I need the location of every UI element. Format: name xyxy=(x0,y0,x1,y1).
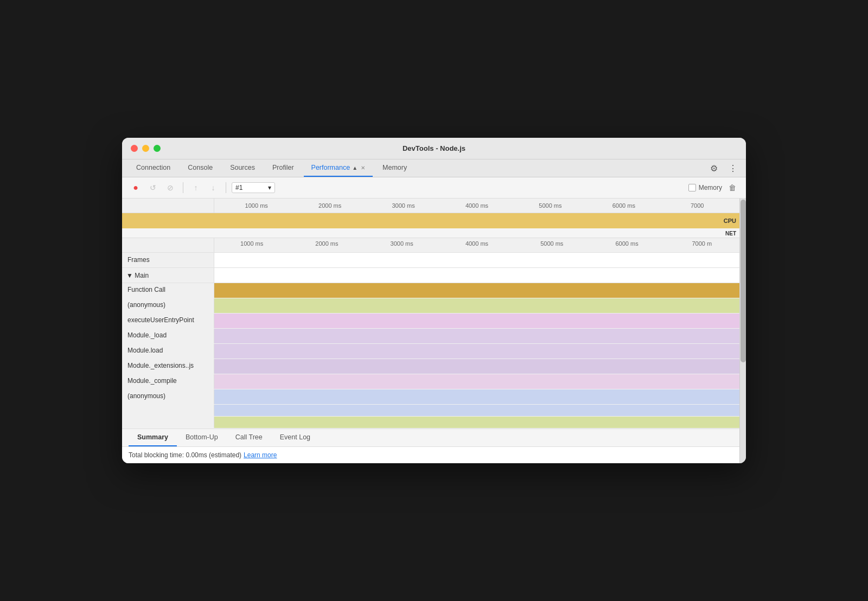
ruler-mark-6: 6000 ms xyxy=(587,202,660,209)
title-bar: DevTools - Node.js xyxy=(122,138,746,159)
tab-memory[interactable]: Memory xyxy=(375,159,414,177)
trash-button[interactable]: 🗑 xyxy=(725,181,739,195)
flame-row-5: Module._extensions..js xyxy=(122,359,739,374)
memory-checkbox-label: Memory xyxy=(699,184,722,191)
net-label-cell xyxy=(122,228,214,238)
ruler-mark-2: 2000 ms xyxy=(293,202,366,209)
session-label: #1 xyxy=(235,184,242,191)
stop-button[interactable]: ⊘ xyxy=(163,181,177,195)
upload-button[interactable]: ↑ xyxy=(189,181,203,195)
main-section-header[interactable]: ▼ Main xyxy=(122,268,739,283)
download-button[interactable]: ↓ xyxy=(206,181,220,195)
frames-row: Frames xyxy=(122,253,739,268)
ruler2-mark-3: 3000 ms xyxy=(365,240,439,250)
ruler-marks: 1000 ms 2000 ms 3000 ms 4000 ms 5000 ms … xyxy=(214,202,739,209)
cpu-label: CPU xyxy=(724,218,736,224)
status-text: Total blocking time: 0.00ms (estimated) xyxy=(129,451,241,459)
ruler2-mark-1: 1000 ms xyxy=(214,240,289,250)
flame-label-8 xyxy=(122,405,214,416)
ruler2-mark-2: 2000 ms xyxy=(289,240,364,250)
flame-row-8 xyxy=(122,405,739,417)
tab-bottom-up[interactable]: Bottom-Up xyxy=(177,429,227,446)
performance-tab-label: Performance xyxy=(311,164,350,171)
ruler2-mark-7: 7000 m xyxy=(665,240,739,250)
flame-row-6: Module._compile xyxy=(122,374,739,389)
ruler-mark-5: 5000 ms xyxy=(514,202,587,209)
performance-tab-icon: ▲ xyxy=(352,165,358,171)
more-icon[interactable]: ⋮ xyxy=(726,161,739,176)
tab-call-tree[interactable]: Call Tree xyxy=(227,429,271,446)
bottom-tabs: Summary Bottom-Up Call Tree Event Log xyxy=(122,429,739,446)
tab-event-log[interactable]: Event Log xyxy=(271,429,319,446)
tab-sources[interactable]: Sources xyxy=(222,159,263,177)
timeline-top-header: 1000 ms 2000 ms 3000 ms 4000 ms 5000 ms … xyxy=(122,199,739,213)
session-dropdown-icon: ▾ xyxy=(268,184,271,191)
flame-bar-6 xyxy=(214,374,739,389)
flame-row-1: (anonymous) xyxy=(122,298,739,314)
tab-console[interactable]: Console xyxy=(180,159,220,177)
timeline-container: 1000 ms 2000 ms 3000 ms 4000 ms 5000 ms … xyxy=(122,199,746,463)
ruler2-mark-5: 5000 ms xyxy=(514,240,589,250)
scrollbar-thumb[interactable] xyxy=(741,200,746,362)
flame-label-7: (anonymous) xyxy=(122,389,214,404)
session-select[interactable]: #1 ▾ xyxy=(232,182,275,193)
close-button[interactable] xyxy=(131,145,138,152)
net-label: NET xyxy=(725,230,736,236)
flame-bar-3 xyxy=(214,329,739,343)
flame-label-1: (anonymous) xyxy=(122,298,214,313)
net-bar: NET xyxy=(214,228,739,238)
flame-bar-7 xyxy=(214,389,739,404)
frames-content xyxy=(214,253,739,267)
tab-summary[interactable]: Summary xyxy=(129,429,177,446)
flame-row-9 xyxy=(122,417,739,429)
tab-profiler[interactable]: Profiler xyxy=(265,159,302,177)
flame-row-7: (anonymous) xyxy=(122,389,739,405)
cpu-label-cell xyxy=(122,213,214,228)
frames-label: Frames xyxy=(122,253,214,267)
tab-performance[interactable]: Performance ▲ ✕ xyxy=(304,159,373,177)
devtools-window: DevTools - Node.js Connection Console So… xyxy=(122,138,746,463)
learn-more-link[interactable]: Learn more xyxy=(244,451,277,459)
nav-right-actions: ⚙ ⋮ xyxy=(708,161,739,176)
ruler-mark-4: 4000 ms xyxy=(440,202,513,209)
tab-close-icon[interactable]: ✕ xyxy=(361,165,365,171)
memory-checkbox[interactable] xyxy=(688,184,696,191)
memory-checkbox-container[interactable]: Memory xyxy=(688,184,722,191)
timeline-main: 1000 ms 2000 ms 3000 ms 4000 ms 5000 ms … xyxy=(122,199,739,463)
traffic-lights xyxy=(131,145,161,152)
flame-label-4: Module.load xyxy=(122,344,214,359)
reload-button[interactable]: ↺ xyxy=(146,181,160,195)
flame-label-3: Module._load xyxy=(122,329,214,343)
record-button[interactable]: ● xyxy=(129,181,143,195)
main-label[interactable]: ▼ Main xyxy=(122,268,214,283)
flame-bar-9 xyxy=(214,417,739,428)
ruler2-marks: 1000 ms 2000 ms 3000 ms 4000 ms 5000 ms … xyxy=(214,238,739,252)
flame-bar-5 xyxy=(214,359,739,374)
status-bar: Total blocking time: 0.00ms (estimated) … xyxy=(122,446,739,463)
flame-bar-2 xyxy=(214,314,739,328)
window-title: DevTools - Node.js xyxy=(403,144,465,152)
nav-tabs: Connection Console Sources Profiler Perf… xyxy=(122,159,746,177)
cpu-row: CPU xyxy=(122,213,739,228)
main-label-text: ▼ Main xyxy=(126,272,149,279)
scrollbar-track[interactable] xyxy=(739,199,746,463)
maximize-button[interactable] xyxy=(154,145,161,152)
flame-bar-0 xyxy=(214,283,739,298)
flame-row-4: Module.load xyxy=(122,344,739,359)
ruler-mark-1: 1000 ms xyxy=(220,202,293,209)
flame-bar-4 xyxy=(214,344,739,359)
flame-label-9 xyxy=(122,417,214,428)
tab-connection[interactable]: Connection xyxy=(129,159,178,177)
toolbar: ● ↺ ⊘ ↑ ↓ #1 ▾ Memory 🗑 xyxy=(122,177,746,199)
ruler2-mark-6: 6000 ms xyxy=(589,240,664,250)
settings-icon[interactable]: ⚙ xyxy=(708,161,720,176)
flame-label-6: Module._compile xyxy=(122,374,214,389)
ruler2-mark-4: 4000 ms xyxy=(439,240,514,250)
top-labels-col xyxy=(122,199,214,213)
flame-row-2: executeUserEntryPoint xyxy=(122,314,739,329)
cpu-bar: CPU xyxy=(214,213,739,228)
main-content-header xyxy=(214,268,739,283)
toolbar-divider-1 xyxy=(183,182,183,193)
flame-label-0: Function Call xyxy=(122,283,214,298)
minimize-button[interactable] xyxy=(142,145,149,152)
